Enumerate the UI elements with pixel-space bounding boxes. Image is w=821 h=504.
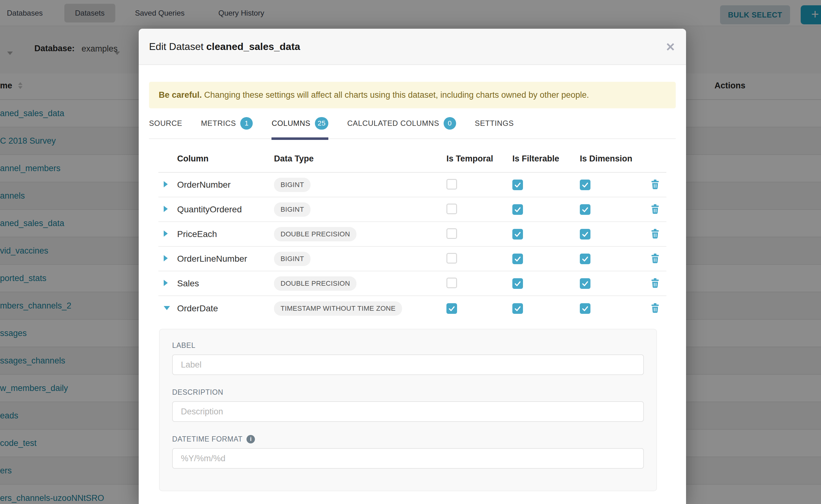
tab-settings[interactable]: SETTINGS	[475, 108, 514, 138]
is-filterable-checkbox[interactable]	[512, 180, 523, 190]
warning-bold: Be careful.	[159, 90, 202, 100]
info-icon[interactable]: i	[246, 435, 255, 443]
is-dimension-checkbox[interactable]	[580, 303, 591, 314]
expand-caret-icon[interactable]	[164, 181, 168, 187]
trash-icon[interactable]	[650, 253, 660, 264]
expand-caret-icon[interactable]	[164, 206, 168, 212]
column-name: OrderDate	[177, 304, 274, 314]
warning-banner: Be careful. Changing these settings will…	[149, 82, 676, 108]
is-dimension-header: Is Dimension	[580, 154, 644, 164]
count-badge: 25	[315, 117, 329, 130]
column-name: Sales	[177, 279, 274, 289]
is-dimension-checkbox[interactable]	[580, 204, 591, 215]
tab-source[interactable]: SOURCE	[149, 108, 182, 138]
data-type-pill: BIGINT	[274, 252, 310, 266]
field-description: DESCRIPTION i	[172, 388, 644, 422]
field-label: LABEL	[172, 341, 195, 350]
is-temporal-checkbox[interactable]	[447, 253, 457, 264]
is-filterable-checkbox[interactable]	[512, 303, 523, 314]
column-name: PriceEach	[177, 229, 274, 239]
data-type-header: Data Type	[274, 154, 447, 164]
tab-metrics[interactable]: METRICS 1	[201, 108, 253, 138]
column-name: OrderLineNumber	[177, 254, 274, 264]
is-temporal-checkbox[interactable]	[447, 278, 457, 288]
is-temporal-checkbox[interactable]	[447, 303, 457, 314]
expand-caret-icon[interactable]	[164, 280, 168, 286]
trash-icon[interactable]	[650, 303, 660, 313]
modal-title-prefix: Edit Dataset	[149, 41, 206, 52]
column-row: OrderLineNumber BIGINT	[158, 247, 666, 271]
data-type-pill: BIGINT	[274, 178, 310, 192]
column-header: Column	[177, 154, 274, 164]
is-dimension-checkbox[interactable]	[580, 180, 591, 190]
column-name: QuantityOrdered	[177, 205, 274, 215]
text-input[interactable]	[172, 448, 644, 469]
trash-icon[interactable]	[650, 204, 660, 214]
column-row: OrderDate TIMESTAMP WITHOUT TIME ZONE	[158, 296, 666, 321]
is-filterable-header: Is Filterable	[512, 154, 580, 164]
is-temporal-header: Is Temporal	[447, 154, 512, 164]
trash-icon[interactable]	[650, 179, 660, 190]
data-type-pill: TIMESTAMP WITHOUT TIME ZONE	[274, 301, 402, 316]
column-row: OrderNumber BIGINT	[158, 173, 666, 197]
is-temporal-checkbox[interactable]	[447, 228, 457, 239]
tab-calculated-columns[interactable]: CALCULATED COLUMNS 0	[347, 108, 456, 138]
modal-header: Edit Dataset cleaned_sales_data	[139, 29, 686, 65]
field-label: LABEL i	[172, 341, 644, 375]
is-dimension-checkbox[interactable]	[580, 254, 591, 264]
is-temporal-checkbox[interactable]	[447, 204, 457, 214]
data-type-pill: DOUBLE PRECISION	[274, 227, 356, 241]
columns-table-header: Column Data Type Is Temporal Is Filterab…	[158, 145, 666, 173]
count-badge: 0	[444, 117, 456, 130]
expand-caret-icon[interactable]	[164, 255, 168, 261]
column-row: Sales DOUBLE PRECISION	[158, 271, 666, 296]
trash-icon[interactable]	[650, 228, 660, 239]
field-label: DESCRIPTION	[172, 388, 223, 397]
is-dimension-checkbox[interactable]	[580, 278, 591, 289]
trash-icon[interactable]	[650, 278, 660, 288]
is-filterable-checkbox[interactable]	[512, 254, 523, 264]
edit-dataset-modal: Edit Dataset cleaned_sales_data Be caref…	[139, 29, 686, 504]
field-label: DATETIME FORMAT	[172, 435, 242, 443]
count-badge: 1	[240, 117, 253, 130]
data-type-pill: DOUBLE PRECISION	[274, 276, 356, 291]
modal-tabs: SOURCE METRICS 1 COLUMNS 25 CALCULATED C…	[149, 108, 676, 139]
is-temporal-checkbox[interactable]	[447, 179, 457, 190]
data-type-pill: BIGINT	[274, 202, 310, 217]
column-row: PriceEach DOUBLE PRECISION	[158, 222, 666, 247]
expand-caret-icon[interactable]	[164, 306, 170, 310]
expand-caret-icon[interactable]	[164, 230, 168, 237]
is-filterable-checkbox[interactable]	[512, 204, 523, 215]
warning-text: Changing these settings will affect all …	[202, 90, 589, 100]
modal-title: Edit Dataset cleaned_sales_data	[149, 41, 300, 52]
is-dimension-checkbox[interactable]	[580, 229, 591, 240]
modal-title-dataset-name: cleaned_sales_data	[206, 41, 300, 52]
column-detail-panel: LABEL i DESCRIPTION i DATETIME FORMAT i	[159, 329, 657, 491]
column-row: QuantityOrdered BIGINT	[158, 197, 666, 222]
column-name: OrderNumber	[177, 180, 274, 190]
is-filterable-checkbox[interactable]	[512, 278, 523, 289]
modal-body: Be careful. Changing these settings will…	[139, 82, 686, 491]
text-input[interactable]	[172, 354, 644, 375]
field-datetime-format: DATETIME FORMAT i	[172, 435, 644, 469]
close-icon[interactable]	[665, 42, 675, 52]
tab-columns[interactable]: COLUMNS 25	[271, 108, 328, 138]
is-filterable-checkbox[interactable]	[512, 229, 523, 240]
text-input[interactable]	[172, 401, 644, 422]
columns-table: Column Data Type Is Temporal Is Filterab…	[158, 145, 666, 321]
